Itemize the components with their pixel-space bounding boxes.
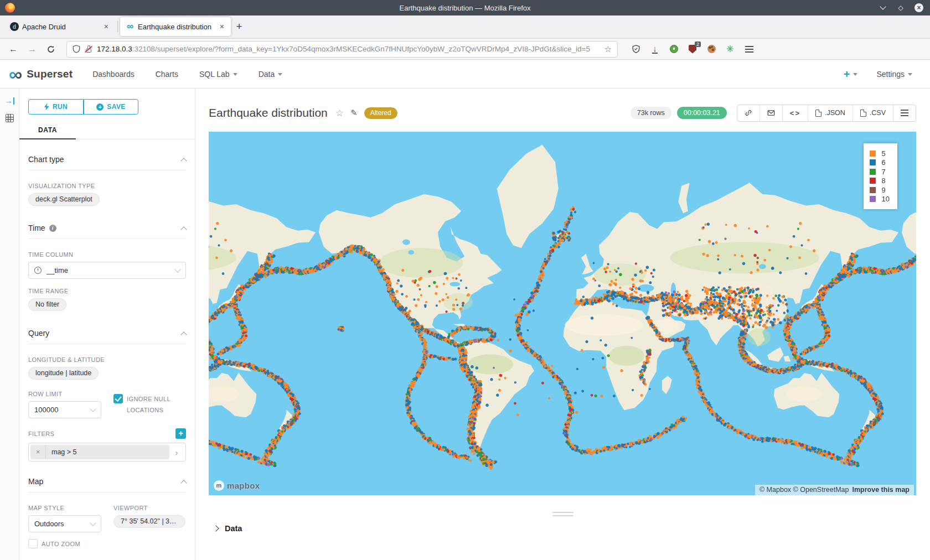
legend-item[interactable]: 7 (870, 167, 890, 177)
filter-item[interactable]: × mag > 5 › (28, 443, 186, 462)
chevron-down-icon (90, 406, 96, 412)
panel-drag-handle[interactable] (552, 512, 574, 516)
add-filter-button[interactable]: + (175, 428, 186, 439)
chevron-down-icon (278, 73, 282, 76)
mapbox-logo[interactable]: m mapbox (214, 480, 260, 491)
superset-logo[interactable]: ∞ Superset (9, 66, 73, 82)
filter-expression: mag > 5 (46, 448, 82, 456)
legend-swatch (870, 151, 876, 157)
extension-badge: 2 (695, 42, 701, 47)
chevron-up-icon (180, 158, 187, 164)
nav-dashboards[interactable]: Dashboards (92, 70, 135, 79)
reload-button[interactable] (43, 42, 59, 57)
chevron-right-icon[interactable]: › (169, 448, 184, 457)
bookmark-star-icon[interactable]: ☆ (604, 44, 612, 54)
insecure-lock-icon[interactable] (85, 45, 92, 54)
tab-close-icon[interactable]: × (103, 22, 110, 31)
time-range-pill[interactable]: No filter (28, 298, 66, 311)
export-json-button[interactable]: .JSON (808, 105, 853, 121)
auto-zoom-checkbox-row[interactable]: AUTO ZOOM (28, 539, 101, 550)
legend-item[interactable]: 10 (870, 195, 890, 204)
chevron-up-icon (180, 480, 187, 486)
embed-code-button[interactable]: <> (783, 105, 808, 121)
tab-earthquake-distribution[interactable]: ∞ Earthquake distribution × (120, 17, 231, 36)
info-icon: i (49, 225, 56, 232)
time-column-select[interactable]: __time (28, 262, 186, 279)
checkbox-checked-icon[interactable] (113, 394, 123, 403)
lonlat-label: LONGITUDE & LATITUDE (28, 356, 186, 363)
ignore-null-checkbox-row[interactable]: IGNORE NULL LOCATIONS (113, 394, 186, 418)
section-query[interactable]: Query (28, 329, 186, 344)
chart-menu-button[interactable] (893, 105, 916, 121)
chevron-up-icon (180, 226, 187, 232)
maximize-icon[interactable]: ◇ (897, 4, 905, 12)
nav-data[interactable]: Data (259, 70, 283, 79)
forward-button[interactable]: → (24, 42, 40, 57)
remove-filter-icon[interactable]: × (30, 445, 46, 459)
viz-type-pill[interactable]: deck.gl Scatterplot (28, 193, 100, 206)
viewport-pill[interactable]: 7° 35' 54.02" | 31... (113, 515, 185, 528)
extension-pinwheel-icon[interactable]: ✳ (725, 44, 735, 54)
altered-badge[interactable]: Altered (364, 107, 397, 119)
export-csv-button[interactable]: .CSV (853, 105, 893, 121)
checkbox-empty-icon[interactable] (28, 539, 38, 548)
legend-item[interactable]: 9 (870, 185, 890, 195)
favorite-star-icon[interactable]: ☆ (335, 107, 344, 119)
section-chart-type[interactable]: Chart type (28, 155, 186, 170)
row-limit-select[interactable]: 100000 (28, 401, 101, 418)
row-count-badge: 73k rows (631, 107, 671, 119)
run-button[interactable]: RUN (28, 99, 84, 115)
datasource-grid-icon[interactable] (6, 114, 14, 122)
minimize-icon[interactable] (879, 4, 887, 12)
tab-apache-druid[interactable]: d Apache Druid × (4, 17, 115, 36)
settings-menu[interactable]: Settings (876, 70, 912, 79)
map-attribution: © Mapbox © OpenStreetMapImprove this map (755, 485, 914, 495)
nav-sql-lab[interactable]: SQL Lab (199, 70, 237, 79)
data-collapse-row[interactable]: Data (195, 524, 930, 533)
auto-zoom-label: AUTO ZOOM (42, 539, 80, 550)
new-item-button[interactable]: + (844, 70, 858, 79)
back-button[interactable]: ← (6, 42, 21, 57)
window-titlebar: Earthquake distribution — Mozilla Firefo… (0, 0, 930, 15)
chevron-up-icon (180, 331, 187, 338)
edit-properties-icon[interactable]: ✎ (350, 108, 358, 118)
improve-map-link[interactable]: Improve this map (852, 486, 910, 494)
url-input[interactable]: 172.18.0.3:32108/superset/explore/?form_… (66, 41, 618, 58)
legend-item[interactable]: 5 (870, 149, 890, 158)
data-panel-label: Data (225, 524, 242, 533)
section-map[interactable]: Map (28, 477, 186, 492)
extension-cookie-icon[interactable] (706, 44, 716, 54)
time-range-label: TIME RANGE (28, 288, 186, 294)
legend-item[interactable]: 6 (870, 158, 890, 168)
tab-data[interactable]: DATA (19, 122, 76, 139)
file-icon (815, 110, 822, 117)
extension-ublock-icon[interactable]: 2 (688, 44, 698, 54)
mapbox-circle-icon: m (214, 480, 224, 491)
chart-actions-group: <> .JSON .CSV (737, 105, 916, 122)
nav-charts[interactable]: Charts (156, 70, 178, 79)
section-time[interactable]: Timei (28, 224, 186, 239)
new-tab-button[interactable]: + (231, 18, 247, 35)
map-style-select[interactable]: Outdoors (28, 515, 101, 532)
extension-green-icon[interactable] (669, 44, 679, 54)
attribution-text[interactable]: © Mapbox © OpenStreetMap (760, 486, 849, 494)
chevron-right-icon (213, 525, 219, 531)
collapse-panel-icon[interactable]: → (5, 96, 14, 105)
druid-favicon: d (10, 22, 19, 31)
close-icon[interactable]: × (914, 3, 923, 12)
explore-control-panel: RUN +SAVE DATA Chart type VISUALIZATION … (19, 89, 195, 560)
menu-hamburger-icon[interactable] (744, 44, 754, 54)
filters-label: FILTERS (28, 431, 54, 437)
legend-item[interactable]: 8 (870, 177, 890, 186)
email-button[interactable] (760, 105, 783, 121)
results-panel: Data (195, 495, 930, 560)
tab-close-icon[interactable]: × (219, 22, 225, 31)
row-limit-label: ROW LIMIT (28, 391, 101, 397)
lonlat-pill[interactable]: longitude | latitude (28, 367, 99, 380)
copy-link-button[interactable] (737, 105, 760, 121)
map-canvas[interactable] (209, 132, 916, 495)
protections-shield-icon[interactable] (631, 44, 641, 54)
save-button[interactable]: +SAVE (84, 99, 138, 115)
downloads-icon[interactable]: ↓ (650, 44, 660, 54)
tracking-shield-icon[interactable] (73, 45, 80, 54)
